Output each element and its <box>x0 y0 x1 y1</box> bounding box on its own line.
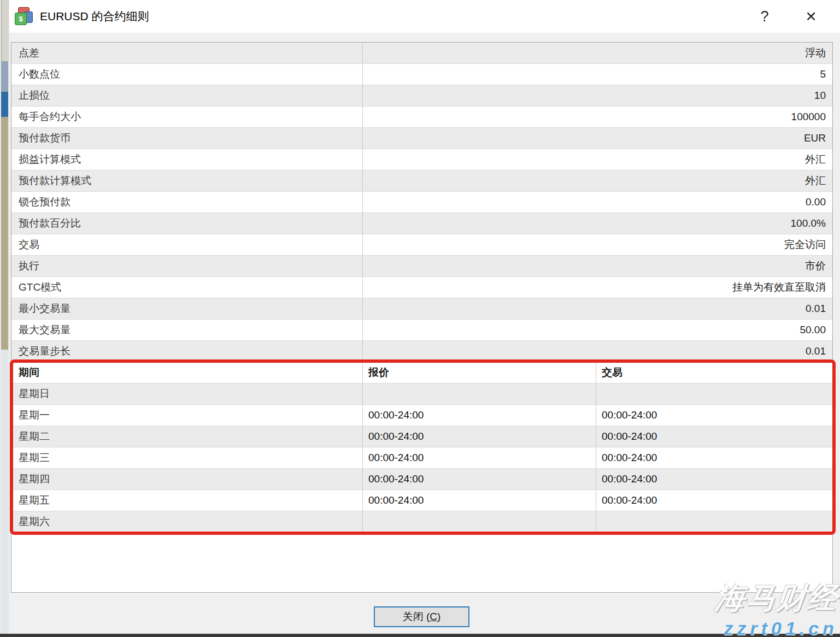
spec-value: EUR <box>363 128 832 149</box>
session-quote-hours <box>363 511 596 532</box>
icon-green-card: $ <box>15 13 27 25</box>
session-trade-hours <box>596 511 832 532</box>
spec-label: 损益计算模式 <box>11 149 363 170</box>
session-row: 星期日 <box>11 384 832 405</box>
spec-label: 交易量步长 <box>11 341 363 362</box>
spec-value: 5 <box>363 64 832 85</box>
session-trade-hours: 00:00-24:00 <box>596 405 832 426</box>
spec-rows: 点差浮动小数点位5止损位10每手合约大小100000预付款货币EUR损益计算模式… <box>11 43 832 362</box>
spec-row: 交易完全访问 <box>11 234 832 256</box>
sliver-segment <box>1 61 8 92</box>
window-close-icon[interactable]: ✕ <box>798 0 824 33</box>
spec-row: 点差浮动 <box>11 43 832 64</box>
spec-row: 止损位10 <box>11 85 832 107</box>
spec-row: 预付款货币EUR <box>11 128 832 149</box>
spec-row: 锁仓预付款0.00 <box>11 192 832 213</box>
spec-value: 完全访问 <box>363 234 832 255</box>
session-row: 星期五00:00-24:0000:00-24:00 <box>11 490 832 511</box>
session-day: 星期一 <box>11 405 363 426</box>
spec-row: 最大交易量50.00 <box>11 320 832 341</box>
spec-value: 0.00 <box>363 192 832 213</box>
spec-label: 小数点位 <box>11 64 363 85</box>
spec-row: 每手合约大小100000 <box>11 107 832 128</box>
session-trade-hours: 00:00-24:00 <box>596 447 832 468</box>
spec-label: 每手合约大小 <box>11 107 363 127</box>
title-bar: $ EURUSD 的合约细则 ? ✕ <box>9 0 840 33</box>
spec-value: 挂单为有效直至取消 <box>363 277 832 298</box>
spec-row: 预付款百分比100.0% <box>11 213 832 234</box>
session-row: 星期六 <box>11 511 832 533</box>
spec-value: 外汇 <box>363 170 832 191</box>
spec-label: 锁仓预付款 <box>11 192 363 213</box>
session-trade-hours: 00:00-24:00 <box>596 469 832 489</box>
spec-row: 执行市价 <box>11 256 832 277</box>
spec-label: 预付款货币 <box>11 128 363 149</box>
symbol-properties-icon: $ <box>14 7 33 26</box>
sessions-header-period: 期间 <box>11 362 363 383</box>
spec-value: 50.00 <box>363 320 832 340</box>
spec-label: GTC模式 <box>11 277 363 298</box>
spec-row: 交易量步长0.01 <box>11 341 832 362</box>
sliver-segment-tan <box>1 117 8 350</box>
spec-row: 最小交易量0.01 <box>11 298 832 320</box>
session-quote-hours: 00:00-24:00 <box>363 426 596 447</box>
sessions-table: 期间报价交易星期日星期一00:00-24:0000:00-24:00星期二00:… <box>11 362 832 533</box>
dollar-glyph: $ <box>19 15 22 23</box>
spec-row: 小数点位5 <box>11 64 832 85</box>
specification-table: 点差浮动小数点位5止损位10每手合约大小100000预付款货币EUR损益计算模式… <box>11 42 833 593</box>
session-day: 星期六 <box>11 511 363 532</box>
help-button[interactable]: ? <box>751 0 778 33</box>
session-quote-hours: 00:00-24:00 <box>363 469 596 489</box>
sessions-header-quote: 报价 <box>363 362 596 383</box>
dialog-title: EURUSD 的合约细则 <box>40 9 149 24</box>
spec-label: 最大交易量 <box>11 320 363 340</box>
spec-row: 损益计算模式外汇 <box>11 149 832 170</box>
spec-value: 市价 <box>363 256 832 276</box>
spec-value: 浮动 <box>363 43 832 63</box>
session-quote-hours: 00:00-24:00 <box>363 490 596 511</box>
session-day: 星期三 <box>11 447 363 468</box>
spec-label: 点差 <box>11 43 363 63</box>
session-row: 星期一00:00-24:0000:00-24:00 <box>11 405 832 426</box>
spec-label: 止损位 <box>11 85 363 106</box>
taskbar-sliver <box>0 634 840 637</box>
close-button[interactable]: 关闭 (C) <box>374 606 469 627</box>
session-quote-hours <box>363 384 596 404</box>
spec-value: 0.01 <box>363 341 832 362</box>
spec-label: 交易 <box>11 234 363 255</box>
spec-value: 外汇 <box>363 149 832 170</box>
spec-label: 最小交易量 <box>11 298 363 319</box>
session-row: 星期四00:00-24:0000:00-24:00 <box>11 469 832 490</box>
sliver-segment <box>1 350 8 637</box>
spec-value: 100.0% <box>363 213 832 234</box>
session-day: 星期四 <box>11 469 363 489</box>
spec-row: 预付款计算模式外汇 <box>11 170 832 192</box>
spec-value: 0.01 <box>363 298 832 319</box>
close-button-label: 关闭 (C) <box>403 610 441 624</box>
session-day: 星期二 <box>11 426 363 447</box>
session-trade-hours: 00:00-24:00 <box>596 426 832 447</box>
session-day: 星期五 <box>11 490 363 511</box>
session-row: 星期二00:00-24:0000:00-24:00 <box>11 426 832 447</box>
spec-label: 预付款百分比 <box>11 213 363 234</box>
session-day: 星期日 <box>11 384 363 404</box>
sessions-header-trade: 交易 <box>596 362 832 383</box>
background-app-sliver <box>0 0 10 637</box>
session-row: 星期三00:00-24:0000:00-24:00 <box>11 447 832 469</box>
sliver-segment <box>1 0 9 61</box>
spec-label: 执行 <box>11 256 363 276</box>
session-trade-hours <box>596 384 832 404</box>
spec-row: GTC模式挂单为有效直至取消 <box>11 277 832 298</box>
contract-specification-dialog: $ EURUSD 的合约细则 ? ✕ 点差浮动小数点位5止损位10每手合约大小1… <box>9 0 840 634</box>
session-quote-hours: 00:00-24:00 <box>363 405 596 426</box>
spec-label: 预付款计算模式 <box>11 170 363 191</box>
spec-value: 100000 <box>363 107 832 127</box>
sliver-segment-blue <box>1 92 8 117</box>
spec-value: 10 <box>363 85 832 106</box>
session-trade-hours: 00:00-24:00 <box>596 490 832 511</box>
sessions-header-row: 期间报价交易 <box>11 362 832 384</box>
session-quote-hours: 00:00-24:00 <box>363 447 596 468</box>
